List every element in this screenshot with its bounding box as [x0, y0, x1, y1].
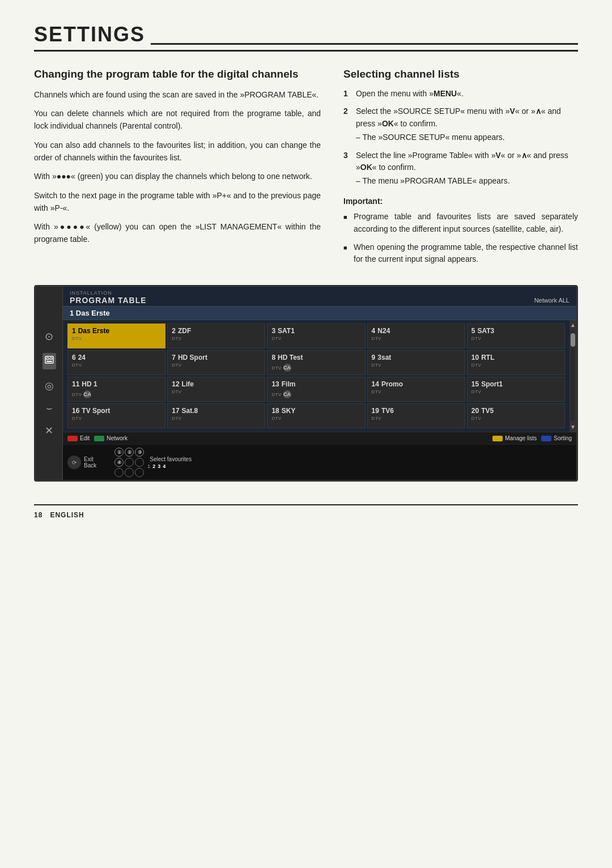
steps-list: 1 Open the menu with »MENU«. 2 Select th… — [343, 88, 578, 266]
tv-sidebar: ⊙ ◎ ⌣ ✕ — [36, 287, 63, 480]
left-column: Changing the program table for the digit… — [34, 67, 321, 271]
channel-cell-16[interactable]: 16TV Sport DTV — [67, 403, 165, 428]
edit-button[interactable]: Edit — [67, 435, 90, 441]
svg-rect-0 — [45, 356, 53, 363]
fav-circle-4[interactable]: ④ — [114, 458, 124, 467]
exit-button[interactable]: ⟳ Exit Back — [67, 456, 96, 469]
tv-content-area: 1Das Erste DTV 2ZDF DTV 3SAT1 DTV — [63, 320, 576, 432]
network-button[interactable]: Network — [94, 435, 128, 441]
fav-num-1: 1 — [147, 463, 150, 469]
tv-grid-row-2: 624 DTV 7HD Sport DTV 8HD Test DTV CA — [67, 350, 565, 375]
sorting-button[interactable]: Sorting — [541, 435, 572, 441]
page-container: SETTINGS Changing the program table for … — [34, 23, 578, 519]
tv-grid-area: 1Das Erste DTV 2ZDF DTV 3SAT1 DTV — [63, 320, 570, 432]
tv-selected-channel: 1 Das Erste — [63, 307, 576, 320]
channel-cell-19[interactable]: 19TV6 DTV — [367, 403, 465, 428]
para-2: You can delete channels which are not re… — [34, 108, 321, 132]
svg-point-2 — [50, 358, 52, 360]
channel-cell-18[interactable]: 18SKY DTV — [267, 403, 365, 428]
fav-circle-3[interactable]: ③ — [135, 448, 144, 457]
favourites-section: ① ② ③ ④ Select favourites 1 — [114, 448, 192, 477]
fav-circles-grid: ① ② ③ ④ — [114, 448, 144, 477]
yellow-dot-icon — [492, 436, 503, 441]
fav-num-3: 3 — [158, 463, 160, 469]
select-favourites-label: Select favourites — [150, 456, 192, 462]
channel-cell-4[interactable]: 4N24 DTV — [367, 324, 465, 348]
tv-header-title: PROGRAM TABLE — [70, 296, 147, 305]
channel-cell-13[interactable]: 13Film DTV CA — [267, 377, 365, 402]
channel-cell-1[interactable]: 1Das Erste DTV — [67, 324, 165, 348]
channel-cell-17[interactable]: 17Sat.8 DTV — [167, 403, 265, 428]
scroll-up-arrow[interactable]: ▲ — [570, 320, 576, 330]
ca-icon-2: CA — [83, 390, 91, 398]
channel-cell-15[interactable]: 15Sport1 DTV — [467, 377, 565, 402]
tv-grid-row-4: 16TV Sport DTV 17Sat.8 DTV 18SKY DTV — [67, 403, 565, 428]
settings-icon: ◎ — [45, 380, 54, 392]
channel-cell-5[interactable]: 5SAT3 DTV — [467, 324, 565, 348]
page-footer: 18 ENGLISH — [34, 504, 578, 519]
step-3: 3 Select the line »Programe Table« with … — [343, 150, 578, 188]
tv-bottom-bar: ⟳ Exit Back ① ② ③ ④ — [63, 444, 576, 480]
blue-dot-icon — [541, 436, 551, 441]
important-list: ■ Programe table and favourites lists ar… — [343, 211, 578, 266]
manage-lists-button[interactable]: Manage lists — [492, 435, 537, 441]
right-column: Selecting channel lists 1 Open the menu … — [343, 67, 578, 271]
para-1: Channels which are found using the scan … — [34, 89, 321, 101]
tv-footer-buttons: Edit Network Manage lists Sorting — [63, 432, 576, 444]
tv-screen: ⊙ ◎ ⌣ ✕ INSTALLATION PROGRAM TABLE — [34, 285, 578, 482]
channel-cell-14[interactable]: 14Promo DTV — [367, 377, 465, 402]
scroll-track — [571, 331, 575, 421]
ca-icon-3: CA — [283, 390, 291, 398]
bullet-icon: ■ — [343, 212, 349, 235]
headphone-icon: ⌣ — [46, 402, 53, 414]
left-heading: Changing the program table for the digit… — [34, 67, 321, 81]
scroll-down-arrow[interactable]: ▼ — [570, 422, 576, 432]
tv-grid-row-1: 1Das Erste DTV 2ZDF DTV 3SAT1 DTV — [67, 324, 565, 348]
tv-header-installation: INSTALLATION — [70, 290, 147, 296]
fav-circle-1[interactable]: ① — [114, 448, 124, 457]
svg-point-1 — [46, 358, 49, 360]
important-label: Important: — [343, 195, 578, 208]
fav-circle-7[interactable] — [114, 468, 124, 477]
para-6: With »●●●●« (yellow) you can open the »L… — [34, 221, 321, 245]
para-3: You can also add channels to the favouri… — [34, 139, 321, 164]
para-5: Switch to the next page in the programe … — [34, 190, 321, 214]
tv-main: INSTALLATION PROGRAM TABLE Network ALL 1… — [63, 287, 576, 480]
para-4: With »●●●« (green) you can display the c… — [34, 171, 321, 183]
bullet-icon: ■ — [343, 243, 349, 266]
channel-cell-20[interactable]: 20TV5 DTV — [467, 403, 565, 428]
red-dot-icon — [67, 436, 78, 441]
fav-circle-5[interactable] — [125, 458, 134, 467]
fav-num-4: 4 — [163, 463, 165, 469]
fav-num-2: 2 — [152, 463, 155, 469]
scroll-thumb[interactable] — [571, 333, 575, 347]
ca-icon: CA — [283, 364, 291, 372]
fav-circle-2[interactable]: ② — [125, 448, 134, 457]
fav-circle-6[interactable] — [135, 458, 144, 467]
channel-cell-3[interactable]: 3SAT1 DTV — [267, 324, 365, 348]
channel-cell-11[interactable]: 11HD 1 DTV CA — [67, 377, 165, 402]
tv-header-network: Network ALL — [534, 297, 570, 305]
channel-cell-12[interactable]: 12Life DTV — [167, 377, 265, 402]
tv-screen-header: INSTALLATION PROGRAM TABLE Network ALL — [63, 287, 576, 307]
step-2: 2 Select the »SOURCE SETUP« menu with »V… — [343, 105, 578, 143]
tv-grid-row-3: 11HD 1 DTV CA 12Life DTV 13Film DTV CA — [67, 377, 565, 402]
scrollbar: ▲ ▼ — [570, 320, 576, 432]
fav-circle-8[interactable] — [125, 468, 134, 477]
tools-icon: ✕ — [45, 424, 53, 437]
channel-cell-6[interactable]: 624 DTV — [67, 350, 165, 375]
channel-cell-10[interactable]: 10RTL DTV — [467, 350, 565, 375]
channel-cell-8[interactable]: 8HD Test DTV CA — [267, 350, 365, 375]
channel-cell-7[interactable]: 7HD Sport DTV — [167, 350, 265, 375]
svg-rect-3 — [46, 361, 52, 362]
tv-channel-grid: 1Das Erste DTV 2ZDF DTV 3SAT1 DTV — [63, 320, 570, 432]
channel-cell-2[interactable]: 2ZDF DTV — [167, 324, 265, 348]
main-content: Changing the program table for the digit… — [34, 67, 578, 271]
satellite-icon: ⊙ — [45, 330, 53, 343]
channel-cell-9[interactable]: 93sat DTV — [367, 350, 465, 375]
step-1: 1 Open the menu with »MENU«. — [343, 88, 578, 100]
recording-icon — [42, 353, 56, 369]
green-dot-icon — [94, 436, 104, 441]
exit-icon: ⟳ — [67, 456, 81, 469]
fav-circle-9[interactable] — [135, 468, 144, 477]
